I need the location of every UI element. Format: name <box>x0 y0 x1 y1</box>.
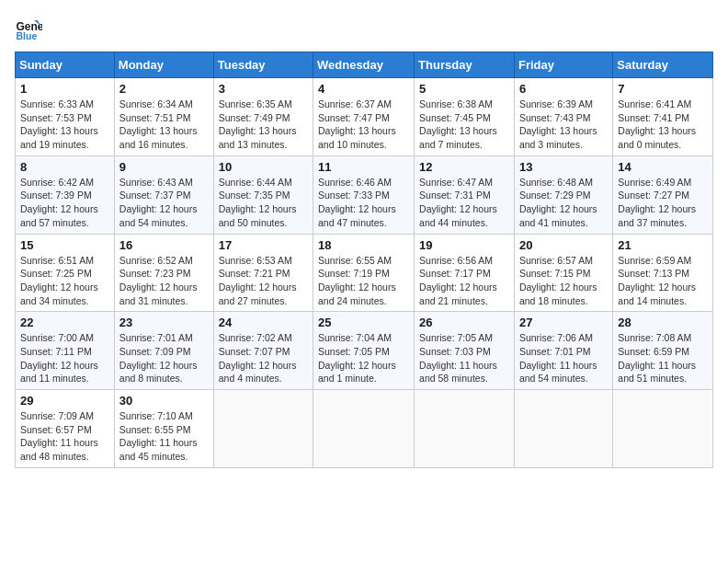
calendar-day-cell: 14 Sunrise: 6:49 AMSunset: 7:27 PMDaylig… <box>613 155 713 234</box>
day-number: 19 <box>419 238 509 252</box>
day-number: 29 <box>20 394 109 408</box>
day-number: 2 <box>119 82 209 96</box>
day-number: 16 <box>119 238 209 252</box>
calendar-day-cell: 11 Sunrise: 6:46 AMSunset: 7:33 PMDaylig… <box>313 155 415 234</box>
logo: General Blue <box>15 15 46 42</box>
day-info: Sunrise: 6:53 AMSunset: 7:21 PMDaylight:… <box>219 255 297 306</box>
calendar-day-cell: 20 Sunrise: 6:57 AMSunset: 7:15 PMDaylig… <box>514 234 612 312</box>
day-of-week-header: Sunday <box>16 52 115 78</box>
day-info: Sunrise: 6:47 AMSunset: 7:31 PMDaylight:… <box>419 177 497 228</box>
day-of-week-header: Thursday <box>415 52 515 78</box>
svg-text:Blue: Blue <box>17 30 38 41</box>
day-info: Sunrise: 6:51 AMSunset: 7:25 PMDaylight:… <box>20 255 98 306</box>
day-number: 13 <box>519 160 608 174</box>
calendar-day-cell: 29 Sunrise: 7:09 AMSunset: 6:57 PMDaylig… <box>16 390 115 468</box>
calendar-day-cell: 28 Sunrise: 7:08 AMSunset: 6:59 PMDaylig… <box>613 312 713 390</box>
calendar-week-row: 22 Sunrise: 7:00 AMSunset: 7:11 PMDaylig… <box>16 312 713 390</box>
calendar-day-cell <box>313 390 415 468</box>
day-info: Sunrise: 6:46 AMSunset: 7:33 PMDaylight:… <box>318 177 396 228</box>
day-number: 6 <box>519 82 608 96</box>
day-number: 30 <box>119 394 209 408</box>
calendar-day-cell <box>213 390 313 468</box>
day-number: 8 <box>20 160 109 174</box>
calendar-day-cell: 2 Sunrise: 6:34 AMSunset: 7:51 PMDayligh… <box>114 78 213 156</box>
day-of-week-header: Wednesday <box>313 52 415 78</box>
day-number: 10 <box>219 160 308 174</box>
calendar-day-cell: 6 Sunrise: 6:39 AMSunset: 7:43 PMDayligh… <box>514 78 612 156</box>
page-header: General Blue <box>15 15 713 42</box>
day-info: Sunrise: 6:49 AMSunset: 7:27 PMDaylight:… <box>618 177 696 228</box>
calendar-day-cell: 30 Sunrise: 7:10 AMSunset: 6:55 PMDaylig… <box>114 390 213 468</box>
calendar-week-row: 29 Sunrise: 7:09 AMSunset: 6:57 PMDaylig… <box>16 390 713 468</box>
day-of-week-header: Tuesday <box>213 52 313 78</box>
day-number: 7 <box>618 82 708 96</box>
day-info: Sunrise: 6:55 AMSunset: 7:19 PMDaylight:… <box>318 255 396 306</box>
day-number: 21 <box>618 238 708 252</box>
calendar-day-cell: 13 Sunrise: 6:48 AMSunset: 7:29 PMDaylig… <box>514 155 612 234</box>
day-info: Sunrise: 7:04 AMSunset: 7:05 PMDaylight:… <box>318 332 396 384</box>
calendar-day-cell: 12 Sunrise: 6:47 AMSunset: 7:31 PMDaylig… <box>415 155 515 234</box>
day-info: Sunrise: 6:43 AMSunset: 7:37 PMDaylight:… <box>119 177 198 228</box>
calendar-day-cell: 1 Sunrise: 6:33 AMSunset: 7:53 PMDayligh… <box>16 78 115 156</box>
day-info: Sunrise: 6:37 AMSunset: 7:47 PMDaylight:… <box>318 98 396 150</box>
calendar-week-row: 15 Sunrise: 6:51 AMSunset: 7:25 PMDaylig… <box>16 234 713 312</box>
day-info: Sunrise: 7:00 AMSunset: 7:11 PMDaylight:… <box>20 332 98 384</box>
calendar-day-cell: 5 Sunrise: 6:38 AMSunset: 7:45 PMDayligh… <box>415 78 515 156</box>
day-info: Sunrise: 6:34 AMSunset: 7:51 PMDaylight:… <box>119 98 198 150</box>
day-info: Sunrise: 6:44 AMSunset: 7:35 PMDaylight:… <box>219 177 297 228</box>
day-info: Sunrise: 6:57 AMSunset: 7:15 PMDaylight:… <box>519 255 597 306</box>
day-number: 25 <box>318 316 409 329</box>
calendar-day-cell: 24 Sunrise: 7:02 AMSunset: 7:07 PMDaylig… <box>213 312 313 390</box>
day-number: 11 <box>318 160 409 174</box>
calendar-week-row: 1 Sunrise: 6:33 AMSunset: 7:53 PMDayligh… <box>16 78 713 156</box>
day-info: Sunrise: 6:59 AMSunset: 7:13 PMDaylight:… <box>618 255 696 306</box>
day-info: Sunrise: 6:38 AMSunset: 7:45 PMDaylight:… <box>419 98 497 150</box>
calendar-day-cell <box>514 390 612 468</box>
day-number: 24 <box>219 316 308 329</box>
calendar-day-cell: 8 Sunrise: 6:42 AMSunset: 7:39 PMDayligh… <box>16 155 115 234</box>
day-number: 23 <box>119 316 209 329</box>
day-info: Sunrise: 6:39 AMSunset: 7:43 PMDaylight:… <box>519 98 597 150</box>
calendar-day-cell: 3 Sunrise: 6:35 AMSunset: 7:49 PMDayligh… <box>213 78 313 156</box>
day-info: Sunrise: 7:09 AMSunset: 6:57 PMDaylight:… <box>20 410 98 462</box>
day-info: Sunrise: 6:33 AMSunset: 7:53 PMDaylight:… <box>20 98 98 150</box>
day-of-week-header: Friday <box>514 52 612 78</box>
day-number: 4 <box>318 82 409 96</box>
calendar-day-cell: 18 Sunrise: 6:55 AMSunset: 7:19 PMDaylig… <box>313 234 415 312</box>
logo-icon: General Blue <box>15 15 42 42</box>
day-number: 1 <box>20 82 109 96</box>
day-number: 20 <box>519 238 608 252</box>
day-info: Sunrise: 6:42 AMSunset: 7:39 PMDaylight:… <box>20 177 98 228</box>
day-number: 22 <box>20 316 109 329</box>
day-number: 12 <box>419 160 509 174</box>
calendar-day-cell: 17 Sunrise: 6:53 AMSunset: 7:21 PMDaylig… <box>213 234 313 312</box>
calendar-day-cell: 9 Sunrise: 6:43 AMSunset: 7:37 PMDayligh… <box>114 155 213 234</box>
day-info: Sunrise: 7:06 AMSunset: 7:01 PMDaylight:… <box>519 332 597 384</box>
calendar-day-cell: 4 Sunrise: 6:37 AMSunset: 7:47 PMDayligh… <box>313 78 415 156</box>
calendar-day-cell: 16 Sunrise: 6:52 AMSunset: 7:23 PMDaylig… <box>114 234 213 312</box>
day-number: 27 <box>519 316 608 329</box>
calendar-day-cell: 23 Sunrise: 7:01 AMSunset: 7:09 PMDaylig… <box>114 312 213 390</box>
calendar-day-cell: 19 Sunrise: 6:56 AMSunset: 7:17 PMDaylig… <box>415 234 515 312</box>
calendar-table: SundayMondayTuesdayWednesdayThursdayFrid… <box>15 52 713 468</box>
day-number: 9 <box>119 160 209 174</box>
day-info: Sunrise: 7:01 AMSunset: 7:09 PMDaylight:… <box>119 332 198 384</box>
day-info: Sunrise: 6:48 AMSunset: 7:29 PMDaylight:… <box>519 177 597 228</box>
day-of-week-header: Monday <box>114 52 213 78</box>
calendar-day-cell: 25 Sunrise: 7:04 AMSunset: 7:05 PMDaylig… <box>313 312 415 390</box>
day-number: 17 <box>219 238 308 252</box>
calendar-day-cell: 27 Sunrise: 7:06 AMSunset: 7:01 PMDaylig… <box>514 312 612 390</box>
day-of-week-header: Saturday <box>613 52 713 78</box>
day-info: Sunrise: 7:10 AMSunset: 6:55 PMDaylight:… <box>119 410 198 462</box>
day-info: Sunrise: 6:41 AMSunset: 7:41 PMDaylight:… <box>618 98 696 150</box>
day-info: Sunrise: 6:35 AMSunset: 7:49 PMDaylight:… <box>219 98 297 150</box>
day-number: 28 <box>618 316 708 329</box>
day-info: Sunrise: 7:05 AMSunset: 7:03 PMDaylight:… <box>419 332 497 384</box>
day-info: Sunrise: 7:02 AMSunset: 7:07 PMDaylight:… <box>219 332 297 384</box>
day-number: 14 <box>618 160 708 174</box>
calendar-day-cell: 10 Sunrise: 6:44 AMSunset: 7:35 PMDaylig… <box>213 155 313 234</box>
day-info: Sunrise: 6:52 AMSunset: 7:23 PMDaylight:… <box>119 255 198 306</box>
calendar-day-cell: 22 Sunrise: 7:00 AMSunset: 7:11 PMDaylig… <box>16 312 115 390</box>
day-number: 15 <box>20 238 109 252</box>
day-info: Sunrise: 6:56 AMSunset: 7:17 PMDaylight:… <box>419 255 497 306</box>
